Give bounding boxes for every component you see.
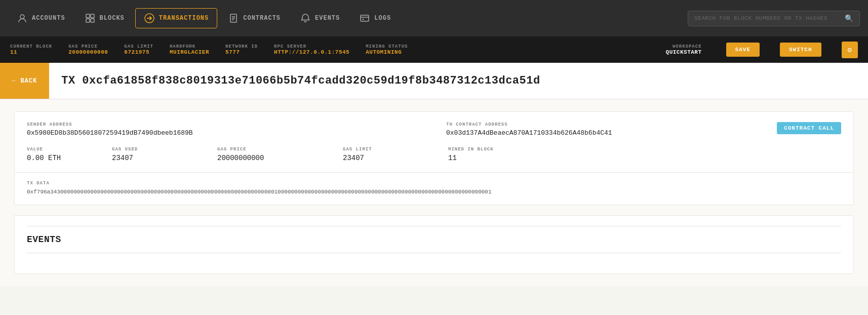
svg-rect-2 (91, 14, 94, 18)
gas-used-group: GAS USED 23407 (112, 147, 193, 162)
gas-price-value: 20000000000 (68, 49, 108, 55)
events-bottom-divider (27, 253, 841, 253)
svg-point-0 (20, 15, 24, 19)
nav-item-events[interactable]: EVENTS (291, 8, 348, 28)
arrows-icon (144, 13, 155, 24)
sender-address-group: SENDER ADDRESS 0x5980ED8b38D560180725941… (27, 122, 422, 137)
value-group: VALUE 0.00 ETH (27, 147, 88, 162)
gas-price-label: GAS PRICE (68, 44, 108, 49)
gas-limit-value: 6721975 (124, 49, 153, 55)
tx-gas-limit-value: 23407 (343, 154, 424, 162)
tx-data-section: TX DATA 0xf796a3430000000000000000000000… (14, 173, 854, 205)
switch-button[interactable]: SWITCH (780, 43, 821, 57)
transaction-info-section: CONTRACT CALL SENDER ADDRESS 0x5980ED8b3… (14, 111, 854, 173)
doc-icon (228, 13, 239, 24)
nav-item-transactions[interactable]: TRANSACTIONS (135, 8, 217, 28)
back-bar: ← BACK TX 0xcfa61858f838c8019313e71066b5… (0, 63, 868, 99)
svg-rect-3 (86, 19, 90, 22)
save-button[interactable]: SAVE (726, 43, 760, 57)
search-icon: 🔍 (845, 14, 853, 23)
tx-data-value: 0xf796a343000000000000000000000000000000… (27, 188, 841, 196)
status-gas-price: GAS PRICE 20000000000 (68, 44, 108, 55)
workspace-info: WORKSPACE QUICKSTART (666, 44, 702, 55)
nav-accounts-label: ACCOUNTS (32, 15, 65, 22)
rpc-server-label: RPC SERVER (274, 44, 349, 49)
svg-rect-10 (361, 15, 369, 21)
status-bar: CURRENT BLOCK 11 GAS PRICE 20000000000 G… (0, 36, 868, 63)
search-box[interactable]: 🔍 (688, 11, 860, 26)
card-icon (359, 13, 370, 24)
nav-item-accounts[interactable]: ACCOUNTS (8, 8, 74, 28)
gas-used-value: 23407 (112, 154, 193, 162)
status-network-id: NETWORK ID 5777 (225, 44, 258, 55)
main-content: CONTRACT CALL SENDER ADDRESS 0x5980ED8b3… (0, 99, 868, 286)
svg-rect-4 (91, 19, 94, 22)
contract-call-badge: CONTRACT CALL (777, 122, 841, 134)
tx-data-group: TX DATA 0xf796a3430000000000000000000000… (27, 181, 841, 196)
network-id-value: 5777 (225, 49, 258, 55)
gas-used-label: GAS USED (112, 147, 193, 152)
top-nav: ACCOUNTS BLOCKS TRANSACTIONS (0, 0, 868, 36)
nav-item-blocks[interactable]: BLOCKS (76, 8, 133, 28)
value-value: 0.00 ETH (27, 154, 88, 162)
status-mining-status: MINING STATUS AUTOMINING (366, 44, 408, 55)
grid-icon (85, 13, 96, 24)
nav-logs-label: LOGS (374, 15, 391, 22)
gas-limit-label: GAS LIMIT (124, 44, 153, 49)
tx-gas-price-group: GAS PRICE 20000000000 (217, 147, 319, 162)
value-label: VALUE (27, 147, 88, 152)
svg-rect-1 (86, 14, 90, 18)
rpc-server-value: HTTP://127.0.0.1:7545 (274, 49, 349, 55)
events-divider (27, 226, 841, 226)
mined-in-block-group: MINED IN BLOCK 11 (448, 147, 494, 162)
nav-contracts-label: CONTRACTS (243, 15, 281, 22)
settings-button[interactable]: ⚙ (842, 42, 858, 58)
network-id-label: NETWORK ID (225, 44, 258, 49)
address-row: SENDER ADDRESS 0x5980ED8b38D560180725941… (27, 122, 841, 137)
mined-in-block-label: MINED IN BLOCK (448, 147, 494, 152)
tx-gas-limit-group: GAS LIMIT 23407 (343, 147, 424, 162)
hardfork-value: MUIRGLACIER (170, 49, 209, 55)
tx-data-label: TX DATA (27, 181, 841, 186)
tx-gas-price-value: 20000000000 (217, 154, 319, 162)
current-block-value: 11 (10, 49, 52, 55)
status-gas-limit: GAS LIMIT 6721975 (124, 44, 153, 55)
values-row: VALUE 0.00 ETH GAS USED 23407 GAS PRICE … (27, 147, 841, 162)
status-current-block: CURRENT BLOCK 11 (10, 44, 52, 55)
nav-transactions-label: TRANSACTIONS (159, 15, 209, 22)
tx-gas-price-label: GAS PRICE (217, 147, 319, 152)
status-rpc-server: RPC SERVER HTTP://127.0.0.1:7545 (274, 44, 349, 55)
tx-hash-title: TX 0xcfa61858f838c8019313e71066b5b74fcad… (49, 74, 552, 87)
back-button[interactable]: ← BACK (0, 63, 49, 99)
nav-item-logs[interactable]: LOGS (350, 8, 400, 28)
workspace-label: WORKSPACE (666, 44, 702, 49)
mined-in-block-value: 11 (448, 154, 494, 162)
sender-address-value: 0x5980ED8b38D5601807259419dB7490dbeeb168… (27, 129, 422, 137)
sender-address-label: SENDER ADDRESS (27, 122, 422, 127)
nav-events-label: EVENTS (315, 15, 340, 22)
nav-item-contracts[interactable]: CONTRACTS (219, 8, 289, 28)
hardfork-label: HARDFORK (170, 44, 209, 49)
search-input[interactable] (694, 15, 841, 21)
bell-icon (300, 13, 311, 24)
workspace-name: QUICKSTART (666, 49, 702, 55)
events-section: EVENTS (14, 215, 854, 274)
mining-status-value: AUTOMINING (366, 49, 408, 55)
status-hardfork: HARDFORK MUIRGLACIER (170, 44, 209, 55)
events-title: EVENTS (27, 234, 841, 245)
person-icon (17, 13, 28, 24)
mining-status-label: MINING STATUS (366, 44, 408, 49)
tx-gas-limit-label: GAS LIMIT (343, 147, 424, 152)
current-block-label: CURRENT BLOCK (10, 44, 52, 49)
nav-blocks-label: BLOCKS (100, 15, 125, 22)
